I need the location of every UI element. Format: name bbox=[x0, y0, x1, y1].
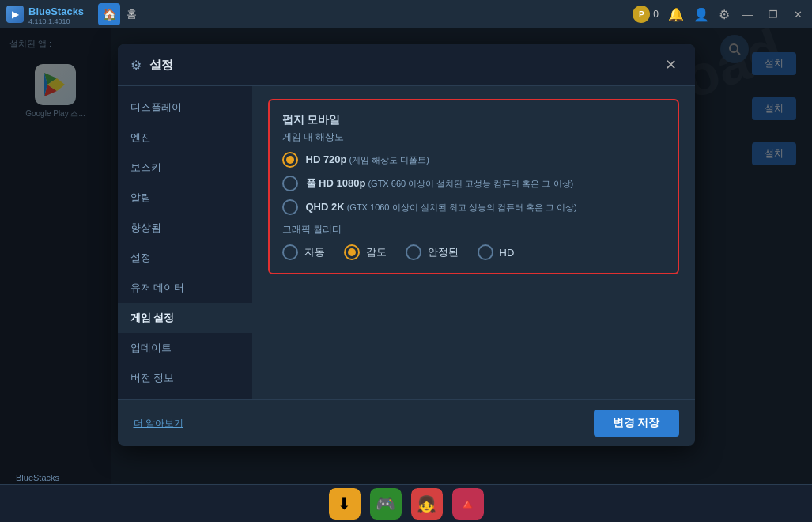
hd720-small: (게임 해상도 디폴트) bbox=[347, 155, 430, 165]
coins-area: P 0 bbox=[633, 6, 659, 23]
dialog-body: 디스플레이 엔진 보스키 알림 향상됨 설정 유저 데이터 게임 설정 업데이트… bbox=[118, 86, 695, 399]
quality-auto[interactable]: 자동 bbox=[282, 244, 325, 260]
qhd2k-small: (GTX 1060 이상이 설치된 최고 성능의 컴퓨터 혹은 그 이상) bbox=[345, 202, 577, 212]
title-bar-right: P 0 🔔 👤 ⚙ — ❐ ✕ bbox=[633, 6, 806, 23]
sidebar-item-enhance[interactable]: 향상됨 bbox=[118, 213, 252, 243]
modal-overlay: ⚙ 설정 ✕ 디스플레이 엔진 보스키 알림 향상됨 설정 유저 데이터 게임 … bbox=[0, 28, 812, 484]
taskbar: BlueStacks ⬇ 🎮 👧 🔺 bbox=[0, 484, 812, 522]
app-logo: ▶ BlueStacks 4.110.1.4010 bbox=[6, 4, 84, 25]
maximize-button[interactable]: ❐ bbox=[765, 9, 781, 21]
label-hd: HD bbox=[500, 247, 515, 259]
title-bar: ▶ BlueStacks 4.110.1.4010 🏠 홈 P 0 🔔 👤 ⚙ … bbox=[0, 0, 812, 28]
sidebar-item-userdata[interactable]: 유저 데이터 bbox=[118, 273, 252, 303]
coins-icon: P bbox=[633, 6, 650, 23]
taskbar-item-3[interactable]: 👧 bbox=[411, 488, 443, 520]
resolution-option-qhd2k[interactable]: QHD 2K (GTX 1060 이상이 설치된 최고 성능의 컴퓨터 혹은 그… bbox=[282, 199, 665, 215]
sidebar-item-version-info[interactable]: 버전 정보 bbox=[118, 363, 252, 393]
app-version: 4.110.1.4010 bbox=[28, 18, 84, 25]
taskbar-item-1[interactable]: ⬇ bbox=[329, 488, 361, 520]
settings-icon[interactable]: ⚙ bbox=[719, 7, 730, 22]
resolution-option-hd720[interactable]: HD 720p (게임 해상도 디폴트) bbox=[282, 152, 665, 168]
sidebar-item-update[interactable]: 업데이트 bbox=[118, 333, 252, 363]
label-reduced: 감도 bbox=[366, 245, 387, 259]
save-button[interactable]: 변경 저장 bbox=[594, 410, 679, 437]
label-auto: 자동 bbox=[304, 245, 325, 259]
dialog-content: 펍지 모바일 게임 내 해상도 HD 720p (게임 해상도 디폴트) bbox=[252, 86, 695, 399]
quality-stable[interactable]: 안정된 bbox=[406, 244, 459, 260]
notification-icon[interactable]: 🔔 bbox=[668, 7, 684, 22]
radio-qhd2k[interactable] bbox=[282, 199, 298, 215]
section-resolution: 게임 내 해상도 bbox=[282, 130, 665, 144]
minimize-button[interactable]: — bbox=[739, 9, 756, 21]
sidebar-item-alarm[interactable]: 알림 bbox=[118, 183, 252, 213]
radio-reduced[interactable] bbox=[344, 244, 360, 260]
sidebar-item-engine[interactable]: 엔진 bbox=[118, 123, 252, 153]
taskbar-icon-3: 👧 bbox=[411, 488, 443, 520]
learn-more-link[interactable]: 더 알아보기 bbox=[134, 417, 183, 430]
tab-home[interactable]: 🏠 홈 bbox=[98, 3, 137, 25]
quality-hd[interactable]: HD bbox=[478, 244, 515, 260]
taskbar-label: BlueStacks bbox=[16, 473, 59, 482]
sidebar-item-game-settings[interactable]: 게임 설정 bbox=[118, 303, 252, 333]
tab-title: 펍지 모바일 bbox=[282, 113, 665, 127]
dialog-sidebar: 디스플레이 엔진 보스키 알림 향상됨 설정 유저 데이터 게임 설정 업데이트… bbox=[118, 86, 252, 399]
account-icon[interactable]: 👤 bbox=[693, 7, 709, 22]
fullhd-small: (GTX 660 이상이 설치된 고성능 컴퓨터 혹은 그 이상) bbox=[365, 179, 573, 188]
hd720-bold: HD 720p bbox=[306, 153, 347, 165]
taskbar-icon-2: 🎮 bbox=[370, 488, 402, 520]
label-hd720: HD 720p (게임 해상도 디폴트) bbox=[306, 153, 430, 166]
fullhd-bold: 풀 HD 1080p bbox=[306, 177, 366, 189]
taskbar-icon-4: 🔺 bbox=[452, 488, 484, 520]
sidebar-item-boski[interactable]: 보스키 bbox=[118, 153, 252, 183]
radio-hd[interactable] bbox=[478, 244, 493, 260]
app-name-block: BlueStacks 4.110.1.4010 bbox=[28, 4, 84, 25]
dialog-close-button[interactable]: ✕ bbox=[660, 54, 682, 76]
radio-stable[interactable] bbox=[406, 244, 421, 260]
taskbar-item-4[interactable]: 🔺 bbox=[452, 488, 484, 520]
radio-fullhd[interactable] bbox=[282, 176, 298, 191]
taskbar-item-2[interactable]: 🎮 bbox=[370, 488, 402, 520]
sidebar-item-display[interactable]: 디스플레이 bbox=[118, 93, 252, 123]
settings-gear-icon: ⚙ bbox=[130, 58, 142, 73]
sidebar-item-settings[interactable]: 설정 bbox=[118, 243, 252, 273]
taskbar-icon-1: ⬇ bbox=[329, 488, 361, 520]
close-button[interactable]: ✕ bbox=[791, 9, 806, 21]
label-fullhd: 풀 HD 1080p (GTX 660 이상이 설치된 고성능 컴퓨터 혹은 그… bbox=[306, 176, 574, 191]
resolution-option-fullhd[interactable]: 풀 HD 1080p (GTX 660 이상이 설치된 고성능 컴퓨터 혹은 그… bbox=[282, 176, 665, 191]
dialog-title: 설정 bbox=[149, 58, 173, 73]
graphic-quality-row: 자동 감도 안정된 H bbox=[282, 244, 665, 260]
qhd2k-bold: QHD 2K bbox=[306, 201, 345, 213]
main-area: 설치된 앱 : Google Play 스... Download 설치 설치 … bbox=[0, 28, 812, 484]
label-qhd2k: QHD 2K (GTX 1060 이상이 설치된 최고 성능의 컴퓨터 혹은 그… bbox=[306, 201, 577, 214]
game-settings-box: 펍지 모바일 게임 내 해상도 HD 720p (게임 해상도 디폴트) bbox=[268, 99, 679, 274]
dialog-footer: 더 알아보기 변경 저장 bbox=[118, 399, 695, 446]
radio-auto[interactable] bbox=[282, 244, 298, 260]
home-icon: 🏠 bbox=[98, 3, 120, 25]
dialog-header: ⚙ 설정 ✕ bbox=[118, 44, 695, 86]
radio-hd720[interactable] bbox=[282, 152, 298, 168]
section-quality: 그래픽 퀄리티 bbox=[282, 223, 665, 236]
quality-reduced[interactable]: 감도 bbox=[344, 244, 387, 260]
label-stable: 안정된 bbox=[428, 245, 459, 259]
coins-count: 0 bbox=[653, 9, 659, 20]
app-name: BlueStacks bbox=[28, 6, 84, 17]
settings-dialog: ⚙ 설정 ✕ 디스플레이 엔진 보스키 알림 향상됨 설정 유저 데이터 게임 … bbox=[118, 44, 695, 446]
bluestacks-icon: ▶ bbox=[6, 6, 24, 23]
